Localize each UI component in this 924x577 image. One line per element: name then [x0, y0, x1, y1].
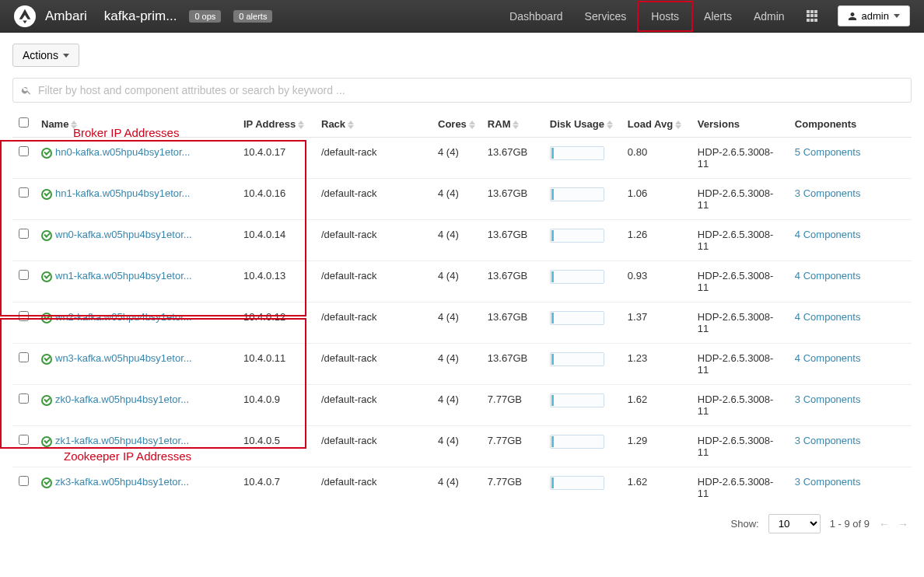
- col-ip[interactable]: IP Address: [237, 110, 315, 138]
- sort-icon: [513, 121, 519, 129]
- col-ram[interactable]: RAM: [481, 110, 544, 138]
- cell-load: 0.93: [621, 261, 691, 302]
- cell-load: 1.62: [621, 467, 691, 509]
- alerts-badge[interactable]: 0 alerts: [233, 10, 272, 23]
- status-ok-icon: [41, 230, 52, 241]
- cell-ram: 7.77GB: [481, 385, 544, 426]
- select-all-checkbox[interactable]: [19, 117, 29, 128]
- col-rack[interactable]: Rack: [315, 110, 432, 138]
- components-link[interactable]: 3 Components: [795, 435, 861, 446]
- cell-load: 1.06: [621, 179, 691, 220]
- col-cores[interactable]: Cores: [432, 110, 481, 138]
- table-row: zk3-kafka.w05hpu4bsy1etor... 10.4.0.7 /d…: [12, 467, 912, 509]
- search-input[interactable]: [38, 84, 903, 96]
- row-checkbox[interactable]: [19, 146, 29, 156]
- top-navbar: Ambari kafka-prim... 0 ops 0 alerts Dash…: [0, 0, 924, 33]
- host-name-link[interactable]: zk0-kafka.w05hpu4bsy1etor...: [55, 393, 189, 405]
- ambari-logo[interactable]: [14, 5, 36, 27]
- annotation-zookeeper-label: Zookeeper IP Addresses: [64, 449, 191, 463]
- caret-down-icon: [63, 54, 69, 58]
- row-checkbox[interactable]: [19, 270, 29, 280]
- cell-ip: 10.4.0.14: [237, 220, 315, 261]
- host-name-link[interactable]: wn0-kafka.w05hpu4bsy1etor...: [55, 229, 192, 240]
- components-link[interactable]: 3 Components: [795, 476, 861, 488]
- cell-ip: 10.4.0.9: [237, 385, 315, 426]
- pagination-bar: Show: 10 1 - 9 of 9 ← →: [12, 508, 912, 537]
- col-load[interactable]: Load Avg: [621, 110, 691, 138]
- host-name-link[interactable]: hn1-kafka.w05hpu4bsy1etor...: [55, 187, 190, 199]
- cell-ip: 10.4.0.16: [237, 179, 315, 220]
- col-disk[interactable]: Disk Usage: [544, 110, 621, 138]
- actions-label: Actions: [23, 49, 58, 61]
- host-name-link[interactable]: wn2-kafka.w05hpu4bsy1etor...: [55, 311, 192, 323]
- cell-load: 1.62: [621, 385, 691, 426]
- nav-alerts[interactable]: Alerts: [693, 1, 743, 32]
- cell-load: 1.23: [621, 344, 691, 385]
- disk-usage-bar: [550, 229, 604, 243]
- status-ok-icon: [41, 436, 52, 447]
- sort-icon: [607, 121, 613, 129]
- cell-version: HDP-2.6.5.3008-11: [691, 426, 789, 467]
- nav-dashboard[interactable]: Dashboard: [499, 1, 574, 32]
- host-name-link[interactable]: zk3-kafka.w05hpu4bsy1etor...: [55, 476, 189, 488]
- components-link[interactable]: 5 Components: [795, 146, 861, 158]
- hosts-table: Name IP Address Rack Cores RAM Disk Usag…: [12, 110, 912, 508]
- cell-version: HDP-2.6.5.3008-11: [691, 179, 789, 220]
- apps-grid-icon[interactable]: [807, 10, 819, 23]
- cell-ip: 10.4.0.12: [237, 302, 315, 344]
- next-page-icon[interactable]: →: [898, 518, 908, 530]
- nav-services[interactable]: Services: [574, 1, 638, 32]
- table-row: wn2-kafka.w05hpu4bsy1etor... 10.4.0.12 /…: [12, 302, 912, 344]
- components-link[interactable]: 3 Components: [795, 393, 861, 405]
- cell-load: 0.80: [621, 138, 691, 179]
- nav-admin[interactable]: Admin: [743, 1, 796, 32]
- ops-badge[interactable]: 0 ops: [189, 10, 221, 23]
- cell-rack: /default-rack: [315, 385, 432, 426]
- row-checkbox[interactable]: [19, 435, 29, 445]
- components-link[interactable]: 4 Components: [795, 311, 861, 323]
- cell-version: HDP-2.6.5.3008-11: [691, 344, 789, 385]
- user-menu-button[interactable]: admin: [838, 5, 910, 26]
- disk-usage-bar: [550, 146, 604, 160]
- cell-ip: 10.4.0.11: [237, 344, 315, 385]
- components-link[interactable]: 4 Components: [795, 229, 861, 240]
- cell-ram: 13.67GB: [481, 302, 544, 344]
- page-size-select[interactable]: 10: [768, 514, 821, 533]
- prev-page-icon[interactable]: ←: [879, 518, 890, 530]
- row-checkbox[interactable]: [19, 311, 29, 321]
- nav-hosts[interactable]: Hosts: [637, 1, 693, 32]
- cluster-name[interactable]: kafka-prim...: [104, 9, 177, 24]
- brand-name[interactable]: Ambari: [45, 9, 87, 24]
- sort-icon: [469, 121, 475, 129]
- sort-icon: [348, 121, 354, 129]
- components-link[interactable]: 3 Components: [795, 187, 861, 199]
- status-ok-icon: [41, 148, 52, 159]
- cell-ram: 13.67GB: [481, 179, 544, 220]
- status-ok-icon: [41, 477, 52, 488]
- host-name-link[interactable]: wn1-kafka.w05hpu4bsy1etor...: [55, 270, 192, 282]
- page-range: 1 - 9 of 9: [830, 518, 870, 530]
- col-versions: Versions: [691, 110, 789, 138]
- status-ok-icon: [41, 271, 52, 282]
- cell-version: HDP-2.6.5.3008-11: [691, 467, 789, 509]
- actions-button[interactable]: Actions: [12, 44, 79, 67]
- host-name-link[interactable]: hn0-kafka.w05hpu4bsy1etor...: [55, 146, 190, 158]
- host-name-link[interactable]: wn3-kafka.w05hpu4bsy1etor...: [55, 352, 192, 364]
- filter-search-bar[interactable]: [12, 78, 912, 103]
- row-checkbox[interactable]: [19, 229, 29, 239]
- user-label: admin: [862, 10, 889, 22]
- row-checkbox[interactable]: [19, 476, 29, 486]
- status-ok-icon: [41, 313, 52, 323]
- components-link[interactable]: 4 Components: [795, 352, 861, 364]
- row-checkbox[interactable]: [19, 393, 29, 404]
- host-name-link[interactable]: zk1-kafka.w05hpu4bsy1etor...: [55, 435, 189, 446]
- cell-ram: 13.67GB: [481, 344, 544, 385]
- cell-cores: 4 (4): [432, 302, 481, 344]
- cell-ip: 10.4.0.13: [237, 261, 315, 302]
- components-link[interactable]: 4 Components: [795, 270, 861, 282]
- row-checkbox[interactable]: [19, 187, 29, 198]
- cell-rack: /default-rack: [315, 302, 432, 344]
- cell-ram: 13.67GB: [481, 220, 544, 261]
- row-checkbox[interactable]: [19, 352, 29, 362]
- cell-rack: /default-rack: [315, 344, 432, 385]
